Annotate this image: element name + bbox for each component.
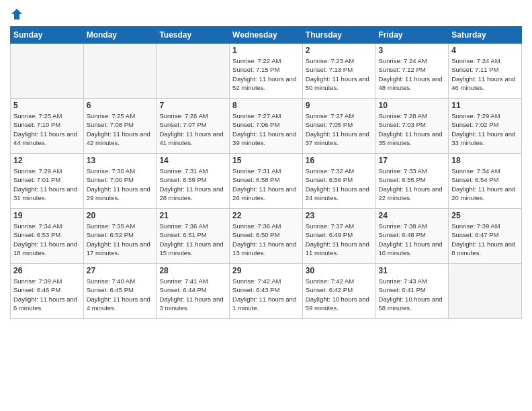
day-info: Sunrise: 7:36 AMSunset: 6:50 PMDaylight:… (232, 222, 296, 257)
day-number: 3 (379, 46, 446, 55)
calendar-cell: 3 Sunrise: 7:24 AMSunset: 7:12 PMDayligh… (375, 44, 449, 99)
day-info: Sunrise: 7:33 AMSunset: 6:55 PMDaylight:… (379, 167, 443, 201)
day-info: Sunrise: 7:31 AMSunset: 6:58 PMDaylight:… (232, 167, 296, 201)
day-number: 20 (87, 211, 154, 220)
calendar-cell (449, 264, 522, 319)
calendar-cell: 4 Sunrise: 7:24 AMSunset: 7:11 PMDayligh… (449, 44, 522, 99)
day-info: Sunrise: 7:22 AMSunset: 7:15 PMDaylight:… (232, 57, 296, 91)
calendar-cell: 27 Sunrise: 7:40 AMSunset: 6:45 PMDaylig… (83, 264, 157, 319)
day-number: 31 (379, 266, 446, 275)
logo-icon (10, 7, 24, 21)
weekday-header: Thursday (302, 27, 375, 44)
calendar-cell (11, 44, 84, 99)
day-info: Sunrise: 7:40 AMSunset: 6:45 PMDaylight:… (87, 277, 150, 312)
day-number: 27 (87, 266, 154, 275)
calendar-cell: 29 Sunrise: 7:42 AMSunset: 6:43 PMDaylig… (230, 264, 303, 319)
day-info: Sunrise: 7:39 AMSunset: 6:46 PMDaylight:… (13, 277, 77, 312)
day-number: 28 (159, 266, 226, 275)
calendar-cell: 23 Sunrise: 7:37 AMSunset: 6:49 PMDaylig… (302, 209, 375, 264)
day-number: 24 (379, 211, 446, 220)
day-info: Sunrise: 7:41 AMSunset: 6:44 PMDaylight:… (159, 277, 223, 312)
day-number: 29 (232, 266, 300, 275)
day-info: Sunrise: 7:36 AMSunset: 6:51 PMDaylight:… (159, 222, 223, 257)
day-info: Sunrise: 7:42 AMSunset: 6:43 PMDaylight:… (232, 277, 296, 312)
day-info: Sunrise: 7:27 AMSunset: 7:06 PMDaylight:… (232, 112, 296, 146)
calendar-cell: 2 Sunrise: 7:23 AMSunset: 7:13 PMDayligh… (302, 44, 375, 99)
calendar-cell: 9 Sunrise: 7:27 AMSunset: 7:05 PMDayligh… (302, 99, 375, 154)
calendar-cell: 14 Sunrise: 7:31 AMSunset: 6:59 PMDaylig… (157, 154, 230, 209)
day-info: Sunrise: 7:29 AMSunset: 7:01 PMDaylight:… (13, 167, 77, 201)
day-number: 1 (232, 46, 300, 55)
day-info: Sunrise: 7:34 AMSunset: 6:54 PMDaylight:… (451, 167, 515, 201)
calendar-cell: 10 Sunrise: 7:28 AMSunset: 7:03 PMDaylig… (375, 99, 449, 154)
day-info: Sunrise: 7:43 AMSunset: 6:41 PMDaylight:… (379, 277, 443, 312)
weekday-header: Tuesday (157, 27, 230, 44)
calendar-cell: 1 Sunrise: 7:22 AMSunset: 7:15 PMDayligh… (230, 44, 303, 99)
calendar-cell: 26 Sunrise: 7:39 AMSunset: 6:46 PMDaylig… (11, 264, 84, 319)
day-number: 13 (87, 156, 154, 165)
weekday-header: Wednesday (230, 27, 303, 44)
calendar-cell: 13 Sunrise: 7:30 AMSunset: 7:00 PMDaylig… (83, 154, 157, 209)
calendar-cell: 31 Sunrise: 7:43 AMSunset: 6:41 PMDaylig… (375, 264, 449, 319)
day-info: Sunrise: 7:39 AMSunset: 6:47 PMDaylight:… (451, 222, 515, 257)
page: SundayMondayTuesdayWednesdayThursdayFrid… (0, 0, 532, 411)
day-info: Sunrise: 7:34 AMSunset: 6:53 PMDaylight:… (13, 222, 77, 257)
header (10, 7, 522, 21)
svg-marker-0 (11, 9, 22, 19)
day-number: 18 (451, 156, 519, 165)
day-info: Sunrise: 7:42 AMSunset: 6:42 PMDaylight:… (306, 277, 369, 312)
day-number: 14 (159, 156, 226, 165)
day-info: Sunrise: 7:38 AMSunset: 6:48 PMDaylight:… (379, 222, 443, 257)
calendar: SundayMondayTuesdayWednesdayThursdayFrid… (10, 26, 522, 319)
day-number: 22 (232, 211, 300, 220)
weekday-header: Friday (375, 27, 449, 44)
calendar-cell: 11 Sunrise: 7:29 AMSunset: 7:02 PMDaylig… (449, 99, 522, 154)
day-info: Sunrise: 7:28 AMSunset: 7:03 PMDaylight:… (379, 112, 443, 146)
weekday-header: Sunday (11, 27, 84, 44)
day-number: 12 (13, 156, 81, 165)
day-number: 17 (379, 156, 446, 165)
calendar-cell: 7 Sunrise: 7:26 AMSunset: 7:07 PMDayligh… (157, 99, 230, 154)
calendar-cell: 25 Sunrise: 7:39 AMSunset: 6:47 PMDaylig… (449, 209, 522, 264)
day-number: 23 (306, 211, 373, 220)
day-number: 25 (451, 211, 519, 220)
day-number: 16 (306, 156, 373, 165)
calendar-cell: 6 Sunrise: 7:25 AMSunset: 7:08 PMDayligh… (83, 99, 157, 154)
calendar-cell: 19 Sunrise: 7:34 AMSunset: 6:53 PMDaylig… (11, 209, 84, 264)
day-number: 6 (87, 101, 154, 110)
day-number: 9 (306, 101, 373, 110)
calendar-cell: 28 Sunrise: 7:41 AMSunset: 6:44 PMDaylig… (157, 264, 230, 319)
day-info: Sunrise: 7:25 AMSunset: 7:08 PMDaylight:… (87, 112, 150, 146)
calendar-cell: 22 Sunrise: 7:36 AMSunset: 6:50 PMDaylig… (230, 209, 303, 264)
day-info: Sunrise: 7:29 AMSunset: 7:02 PMDaylight:… (451, 112, 515, 146)
day-number: 5 (13, 101, 81, 110)
day-info: Sunrise: 7:37 AMSunset: 6:49 PMDaylight:… (306, 222, 369, 257)
calendar-cell: 18 Sunrise: 7:34 AMSunset: 6:54 PMDaylig… (449, 154, 522, 209)
day-info: Sunrise: 7:30 AMSunset: 7:00 PMDaylight:… (87, 167, 150, 201)
calendar-cell (83, 44, 157, 99)
calendar-cell: 5 Sunrise: 7:25 AMSunset: 7:10 PMDayligh… (11, 99, 84, 154)
day-info: Sunrise: 7:26 AMSunset: 7:07 PMDaylight:… (159, 112, 223, 146)
weekday-header: Monday (83, 27, 157, 44)
day-info: Sunrise: 7:24 AMSunset: 7:11 PMDaylight:… (451, 57, 515, 91)
logo (10, 7, 26, 21)
day-info: Sunrise: 7:27 AMSunset: 7:05 PMDaylight:… (306, 112, 369, 146)
day-number: 26 (13, 266, 81, 275)
calendar-cell: 21 Sunrise: 7:36 AMSunset: 6:51 PMDaylig… (157, 209, 230, 264)
calendar-cell: 24 Sunrise: 7:38 AMSunset: 6:48 PMDaylig… (375, 209, 449, 264)
calendar-cell: 30 Sunrise: 7:42 AMSunset: 6:42 PMDaylig… (302, 264, 375, 319)
day-number: 7 (159, 101, 226, 110)
calendar-cell (157, 44, 230, 99)
day-info: Sunrise: 7:35 AMSunset: 6:52 PMDaylight:… (87, 222, 150, 257)
calendar-cell: 15 Sunrise: 7:31 AMSunset: 6:58 PMDaylig… (230, 154, 303, 209)
calendar-cell: 17 Sunrise: 7:33 AMSunset: 6:55 PMDaylig… (375, 154, 449, 209)
day-number: 8 (232, 101, 300, 110)
day-info: Sunrise: 7:31 AMSunset: 6:59 PMDaylight:… (159, 167, 223, 201)
calendar-cell: 16 Sunrise: 7:32 AMSunset: 6:56 PMDaylig… (302, 154, 375, 209)
weekday-header: Saturday (449, 27, 522, 44)
day-number: 15 (232, 156, 300, 165)
day-number: 2 (306, 46, 373, 55)
day-number: 4 (451, 46, 519, 55)
calendar-cell: 12 Sunrise: 7:29 AMSunset: 7:01 PMDaylig… (11, 154, 84, 209)
day-number: 21 (159, 211, 226, 220)
